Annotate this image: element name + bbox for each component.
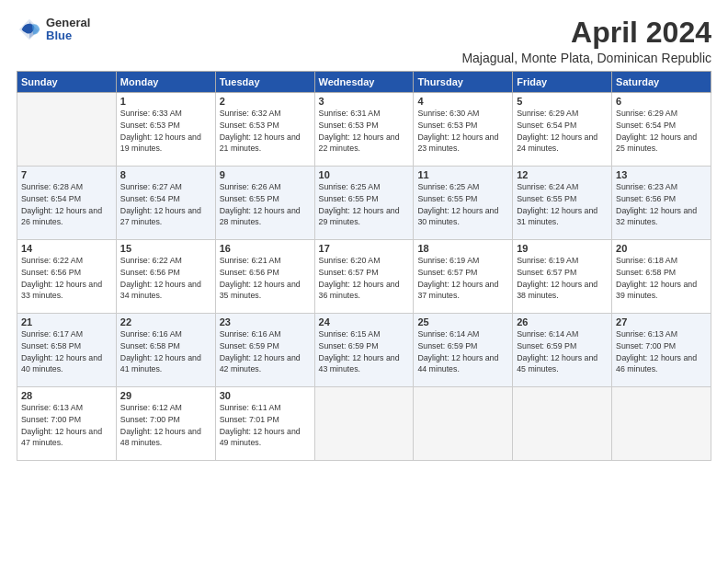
sunrise-text: Sunrise: 6:22 AM	[21, 256, 83, 265]
col-wednesday: Wednesday	[314, 72, 414, 93]
day-info: Sunrise: 6:15 AMSunset: 6:59 PMDaylight:…	[319, 328, 410, 375]
sunset-text: Sunset: 6:59 PM	[220, 341, 279, 350]
table-row	[513, 387, 612, 461]
sunrise-text: Sunrise: 6:29 AM	[517, 109, 578, 118]
daylight-text: Daylight: 12 hours and 46 minutes.	[616, 353, 697, 374]
sunrise-text: Sunrise: 6:12 AM	[120, 403, 182, 412]
day-number: 22	[120, 316, 211, 327]
daylight-text: Daylight: 12 hours and 22 minutes.	[319, 132, 400, 154]
col-tuesday: Tuesday	[215, 72, 314, 93]
day-info: Sunrise: 6:30 AMSunset: 6:53 PMDaylight:…	[417, 108, 508, 155]
sunset-text: Sunset: 6:57 PM	[319, 268, 379, 277]
col-friday: Friday	[513, 72, 612, 93]
daylight-text: Daylight: 12 hours and 23 minutes.	[417, 132, 498, 154]
day-info: Sunrise: 6:16 AMSunset: 6:59 PMDaylight:…	[220, 328, 311, 375]
daylight-text: Daylight: 12 hours and 26 minutes.	[21, 206, 102, 227]
sunset-text: Sunset: 6:56 PM	[120, 268, 180, 277]
col-sunday: Sunday	[17, 72, 117, 93]
sunrise-text: Sunrise: 6:28 AM	[21, 182, 83, 191]
calendar-week-row: 7Sunrise: 6:28 AMSunset: 6:54 PMDaylight…	[17, 167, 711, 240]
daylight-text: Daylight: 12 hours and 38 minutes.	[517, 280, 597, 301]
sunset-text: Sunset: 6:58 PM	[616, 268, 676, 277]
sunrise-text: Sunrise: 6:29 AM	[616, 109, 677, 118]
daylight-text: Daylight: 12 hours and 28 minutes.	[220, 206, 301, 227]
table-row: 19Sunrise: 6:19 AMSunset: 6:57 PMDayligh…	[513, 240, 612, 314]
sunset-text: Sunset: 6:59 PM	[319, 341, 379, 350]
sunset-text: Sunset: 6:58 PM	[120, 341, 180, 350]
table-row: 11Sunrise: 6:25 AMSunset: 6:55 PMDayligh…	[414, 167, 513, 240]
day-info: Sunrise: 6:16 AMSunset: 6:58 PMDaylight:…	[120, 328, 211, 375]
calendar-week-row: 14Sunrise: 6:22 AMSunset: 6:56 PMDayligh…	[17, 240, 711, 314]
col-saturday: Saturday	[612, 72, 711, 93]
day-info: Sunrise: 6:19 AMSunset: 6:57 PMDaylight:…	[417, 255, 508, 302]
daylight-text: Daylight: 12 hours and 29 minutes.	[319, 206, 400, 227]
sunrise-text: Sunrise: 6:18 AM	[616, 256, 677, 265]
sunset-text: Sunset: 6:56 PM	[616, 194, 676, 203]
day-info: Sunrise: 6:13 AMSunset: 7:00 PMDaylight:…	[616, 328, 707, 375]
daylight-text: Daylight: 12 hours and 43 minutes.	[319, 353, 400, 374]
page: General Blue April 2024 Majagual, Monte …	[0, 0, 728, 470]
day-number: 29	[120, 390, 211, 401]
table-row: 16Sunrise: 6:21 AMSunset: 6:56 PMDayligh…	[215, 240, 314, 314]
daylight-text: Daylight: 12 hours and 42 minutes.	[220, 353, 301, 374]
table-row: 20Sunrise: 6:18 AMSunset: 6:58 PMDayligh…	[612, 240, 711, 314]
day-info: Sunrise: 6:31 AMSunset: 6:53 PMDaylight:…	[319, 108, 410, 155]
day-info: Sunrise: 6:20 AMSunset: 6:57 PMDaylight:…	[319, 255, 410, 302]
day-number: 1	[120, 96, 211, 107]
day-number: 20	[616, 243, 707, 254]
sunset-text: Sunset: 6:53 PM	[220, 121, 279, 130]
table-row	[314, 387, 414, 461]
daylight-text: Daylight: 12 hours and 45 minutes.	[517, 353, 597, 374]
sunrise-text: Sunrise: 6:33 AM	[120, 109, 182, 118]
sunset-text: Sunset: 6:57 PM	[517, 268, 576, 277]
sunrise-text: Sunrise: 6:11 AM	[220, 403, 281, 412]
title-block: April 2024 Majagual, Monte Plata, Domini…	[461, 17, 711, 65]
sunrise-text: Sunrise: 6:27 AM	[120, 182, 182, 191]
col-monday: Monday	[116, 72, 215, 93]
sunrise-text: Sunrise: 6:25 AM	[417, 182, 479, 191]
day-info: Sunrise: 6:27 AMSunset: 6:54 PMDaylight:…	[120, 181, 211, 228]
day-number: 23	[220, 316, 311, 327]
day-number: 10	[319, 169, 410, 180]
daylight-text: Daylight: 12 hours and 30 minutes.	[417, 206, 498, 227]
day-number: 24	[319, 316, 410, 327]
sunrise-text: Sunrise: 6:31 AM	[319, 109, 381, 118]
sunrise-text: Sunrise: 6:13 AM	[21, 403, 83, 412]
table-row: 13Sunrise: 6:23 AMSunset: 6:56 PMDayligh…	[612, 167, 711, 240]
day-info: Sunrise: 6:29 AMSunset: 6:54 PMDaylight:…	[616, 108, 707, 155]
sunrise-text: Sunrise: 6:21 AM	[220, 256, 281, 265]
sunrise-text: Sunrise: 6:32 AM	[220, 109, 281, 118]
table-row: 9Sunrise: 6:26 AMSunset: 6:55 PMDaylight…	[215, 167, 314, 240]
sunset-text: Sunset: 6:54 PM	[120, 194, 180, 203]
table-row: 1Sunrise: 6:33 AMSunset: 6:53 PMDaylight…	[116, 93, 215, 167]
day-number: 12	[517, 169, 608, 180]
table-row: 28Sunrise: 6:13 AMSunset: 7:00 PMDayligh…	[17, 387, 117, 461]
daylight-text: Daylight: 12 hours and 47 minutes.	[21, 427, 102, 448]
sunset-text: Sunset: 7:00 PM	[120, 415, 180, 424]
day-number: 25	[417, 316, 508, 327]
day-number: 6	[616, 96, 707, 107]
day-info: Sunrise: 6:22 AMSunset: 6:56 PMDaylight:…	[120, 255, 211, 302]
table-row: 18Sunrise: 6:19 AMSunset: 6:57 PMDayligh…	[414, 240, 513, 314]
table-row: 8Sunrise: 6:27 AMSunset: 6:54 PMDaylight…	[116, 167, 215, 240]
daylight-text: Daylight: 12 hours and 24 minutes.	[517, 132, 597, 154]
day-info: Sunrise: 6:17 AMSunset: 6:58 PMDaylight:…	[21, 328, 112, 375]
table-row: 17Sunrise: 6:20 AMSunset: 6:57 PMDayligh…	[314, 240, 414, 314]
daylight-text: Daylight: 12 hours and 49 minutes.	[220, 427, 301, 448]
sunset-text: Sunset: 6:55 PM	[417, 194, 477, 203]
table-row: 10Sunrise: 6:25 AMSunset: 6:55 PMDayligh…	[314, 167, 414, 240]
daylight-text: Daylight: 12 hours and 27 minutes.	[120, 206, 201, 227]
day-info: Sunrise: 6:12 AMSunset: 7:00 PMDaylight:…	[120, 402, 211, 449]
sunrise-text: Sunrise: 6:13 AM	[616, 329, 677, 339]
daylight-text: Daylight: 12 hours and 36 minutes.	[319, 280, 400, 301]
table-row: 7Sunrise: 6:28 AMSunset: 6:54 PMDaylight…	[17, 167, 117, 240]
day-number: 15	[120, 243, 211, 254]
day-info: Sunrise: 6:11 AMSunset: 7:01 PMDaylight:…	[220, 402, 311, 449]
logo-text: General Blue	[46, 17, 90, 43]
sunrise-text: Sunrise: 6:19 AM	[417, 256, 479, 265]
table-row: 23Sunrise: 6:16 AMSunset: 6:59 PMDayligh…	[215, 314, 314, 387]
day-number: 13	[616, 169, 707, 180]
calendar-week-row: 21Sunrise: 6:17 AMSunset: 6:58 PMDayligh…	[17, 314, 711, 387]
sunrise-text: Sunrise: 6:26 AM	[220, 182, 281, 191]
sunset-text: Sunset: 6:55 PM	[517, 194, 576, 203]
